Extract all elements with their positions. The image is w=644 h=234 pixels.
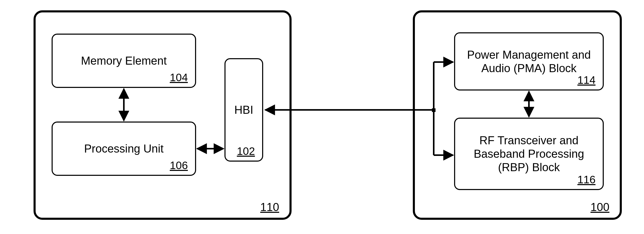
label-memory-element: Memory Element [73,54,175,67]
ref-102: 102 [237,145,255,157]
label-processing-unit: Processing Unit [76,142,171,155]
box-hbi: HBI 102 [224,58,263,162]
ref-104: 104 [170,71,188,84]
box-processing-unit: Processing Unit 106 [52,122,196,176]
ref-100: 100 [591,201,609,214]
ref-106: 106 [170,159,188,172]
label-rbp: RF Transceiver andBaseband Processing(RB… [466,134,592,174]
ref-114: 114 [577,74,595,86]
diagram-canvas: 110 Memory Element 104 Processing Unit 1… [0,0,644,234]
ref-116: 116 [577,173,595,186]
label-pma: Power Management andAudio (PMA) Block [459,48,598,75]
ref-110: 110 [260,201,279,214]
box-rbp: RF Transceiver andBaseband Processing(RB… [454,118,604,190]
box-pma: Power Management andAudio (PMA) Block 11… [454,32,604,90]
label-hbi: HBI [227,103,261,117]
box-memory-element: Memory Element 104 [52,34,196,88]
